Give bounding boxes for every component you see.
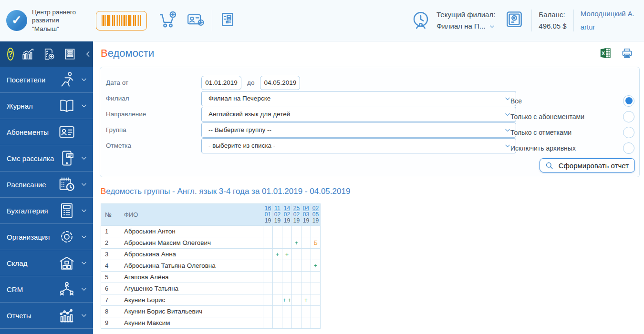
- attendance-mark-cell[interactable]: [282, 272, 292, 283]
- form-document-button[interactable]: [219, 11, 236, 30]
- sidebar-collapse-button[interactable]: [84, 50, 92, 58]
- attendance-mark-cell[interactable]: +: [311, 260, 321, 272]
- export-excel-button[interactable]: X: [599, 47, 612, 60]
- current-branch-selector[interactable]: Филиал на П...: [436, 20, 495, 32]
- attendance-mark-cell[interactable]: [301, 249, 311, 260]
- sidebar-item-journal[interactable]: Журнал: [0, 93, 93, 119]
- attendance-mark-cell[interactable]: +: [273, 249, 282, 260]
- attendance-mark-cell[interactable]: [301, 260, 311, 272]
- attendance-mark-cell[interactable]: [273, 272, 282, 283]
- attendance-mark-cell[interactable]: + +: [282, 294, 292, 306]
- attendance-mark-cell[interactable]: [301, 306, 311, 317]
- attendance-mark-cell[interactable]: [273, 226, 282, 237]
- attendance-mark-cell[interactable]: [292, 226, 301, 237]
- direction-select[interactable]: Английский язык для детей: [201, 107, 516, 122]
- header-divider: [573, 10, 574, 31]
- attendance-mark-cell[interactable]: [311, 294, 321, 306]
- cart-add-button[interactable]: [158, 10, 177, 31]
- radio-unselected-icon[interactable]: [623, 111, 634, 122]
- sidebar-item-crm[interactable]: CRM: [0, 276, 93, 303]
- help-button[interactable]: ?: [7, 48, 14, 61]
- attendance-mark-cell[interactable]: +: [301, 294, 311, 306]
- filter-radio-1[interactable]: Только с абонементами: [510, 109, 634, 124]
- client-add-button[interactable]: [186, 10, 205, 31]
- attendance-mark-cell[interactable]: [282, 237, 292, 249]
- sidebar-item-reports[interactable]: Отчеты: [0, 303, 93, 329]
- client-card-plus-icon: [186, 10, 205, 31]
- attendance-mark-cell[interactable]: [273, 317, 282, 329]
- barcode-button[interactable]: [96, 11, 147, 30]
- attendance-mark-cell[interactable]: [311, 306, 321, 317]
- date-from-input[interactable]: [201, 76, 241, 90]
- attendance-mark-cell[interactable]: [311, 272, 321, 283]
- date-to-input[interactable]: [260, 76, 300, 90]
- attendance-mark-cell[interactable]: [301, 237, 311, 249]
- attendance-mark-cell[interactable]: [292, 306, 301, 317]
- branch-select[interactable]: Филиал на Печерске: [201, 91, 516, 106]
- attendance-mark-cell[interactable]: [282, 283, 292, 294]
- sidebar-item-accounting[interactable]: Бухгалтерия: [0, 198, 93, 224]
- attendance-mark-cell[interactable]: [273, 237, 282, 249]
- sidebar-item-sms[interactable]: Смс рассылка: [0, 145, 93, 172]
- attendance-mark-cell[interactable]: [301, 272, 311, 283]
- attendance-mark-cell[interactable]: [301, 283, 311, 294]
- radio-label: Только с отметками: [510, 129, 571, 136]
- attendance-mark-cell[interactable]: [273, 306, 282, 317]
- sidebar-item-schedule[interactable]: Расписание: [0, 172, 93, 198]
- attendance-mark-cell[interactable]: [282, 226, 292, 237]
- company-button[interactable]: [63, 47, 77, 61]
- attendance-mark-cell[interactable]: [292, 260, 301, 272]
- attendance-mark-cell[interactable]: [292, 294, 301, 306]
- print-button[interactable]: [621, 47, 634, 60]
- attendance-mark-cell[interactable]: [311, 283, 321, 294]
- attendance-mark-cell[interactable]: [282, 306, 292, 317]
- radio-unselected-icon[interactable]: [623, 127, 634, 138]
- sidebar-item-organization[interactable]: Организация: [0, 224, 93, 250]
- attendance-mark-cell[interactable]: [263, 249, 273, 260]
- attendance-mark-cell[interactable]: [273, 283, 282, 294]
- statistics-button[interactable]: [21, 47, 35, 61]
- cashbox-button[interactable]: [504, 9, 525, 32]
- attendance-mark-cell[interactable]: [282, 317, 292, 329]
- attendance-mark-cell[interactable]: +: [292, 237, 301, 249]
- attendance-mark-cell[interactable]: [263, 306, 273, 317]
- tasks-add-button[interactable]: [42, 47, 56, 61]
- attendance-mark-cell[interactable]: [263, 317, 273, 329]
- attendance-mark-cell[interactable]: [263, 226, 273, 237]
- group-select[interactable]: -- Выберите группу --: [201, 122, 516, 138]
- attendance-mark-cell[interactable]: [263, 272, 273, 283]
- attendance-mark-cell[interactable]: [301, 317, 311, 329]
- filter-radio-3[interactable]: Исключить архивных: [510, 140, 634, 156]
- calendar-clock-icon: [57, 175, 77, 193]
- attendance-mark-cell[interactable]: [273, 294, 282, 306]
- attendance-mark-cell[interactable]: Б: [311, 237, 321, 249]
- mark-select[interactable]: - выберите из списка -: [201, 138, 516, 153]
- generate-report-button[interactable]: Сформировать отчет: [540, 158, 635, 172]
- attendance-mark-cell[interactable]: [311, 249, 321, 260]
- attendance-mark-cell[interactable]: [282, 260, 292, 272]
- attendance-mark-cell[interactable]: [292, 272, 301, 283]
- radio-unselected-icon[interactable]: [623, 142, 634, 154]
- warehouse-icon: [57, 254, 77, 272]
- attendance-mark-cell[interactable]: [292, 317, 301, 329]
- sidebar-item-warehouse[interactable]: Склад: [0, 250, 93, 276]
- attendance-mark-cell[interactable]: [263, 260, 273, 272]
- attendance-mark-cell[interactable]: [273, 260, 282, 272]
- filter-radio-0[interactable]: Все: [510, 93, 634, 109]
- attendance-mark-cell[interactable]: +: [282, 249, 292, 260]
- attendance-mark-cell[interactable]: [311, 226, 321, 237]
- attendance-mark-cell[interactable]: [311, 317, 321, 329]
- radio-selected-icon[interactable]: [623, 95, 634, 107]
- attendance-mark-cell[interactable]: [292, 249, 301, 260]
- sidebar-item-subscriptions[interactable]: Абонементы: [0, 119, 93, 145]
- attendance-mark-cell[interactable]: [292, 283, 301, 294]
- user-menu[interactable]: Молодницкий А. artur: [581, 7, 634, 34]
- attendance-mark-cell[interactable]: [301, 226, 311, 237]
- attendance-mark-cell[interactable]: [263, 294, 273, 306]
- attendance-mark-cell[interactable]: [263, 237, 273, 249]
- table-row: 9Акунин Максим: [101, 317, 321, 329]
- attendance-mark-cell[interactable]: [263, 283, 273, 294]
- sidebar-item-visitors[interactable]: Посетители: [0, 67, 93, 93]
- app-name: Центр раннего развития "Малыш": [32, 8, 85, 33]
- filter-radio-2[interactable]: Только с отметками: [510, 124, 634, 140]
